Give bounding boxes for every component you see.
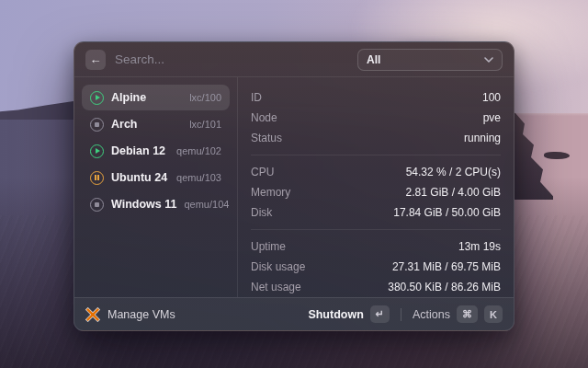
vm-id: qemu/103	[176, 172, 221, 183]
detail-value: 27.31 MiB / 69.75 MiB	[392, 260, 501, 273]
detail-label: Disk usage	[251, 260, 305, 273]
k-key-icon: K	[484, 305, 503, 323]
rock-silhouette	[544, 152, 570, 159]
vm-state-icon	[90, 198, 104, 212]
detail-row: Disk 17.84 GiB / 50.00 GiB	[251, 202, 501, 223]
vm-state-icon	[90, 171, 104, 185]
detail-row: Uptime 13m 19s	[251, 236, 501, 257]
detail-label: Uptime	[251, 240, 286, 253]
vm-list-item-alpine[interactable]: Alpine lxc/100	[82, 85, 230, 110]
footer-app-label: Manage VMs	[107, 308, 175, 321]
filter-dropdown[interactable]: All	[357, 49, 503, 71]
vm-name: Debian 12	[111, 144, 169, 157]
vm-state-icon	[90, 118, 104, 132]
detail-row: CPU 54.32 % / 2 CPU(s)	[251, 162, 501, 182]
vm-state-icon	[90, 144, 104, 158]
return-key-icon: ↵	[370, 305, 390, 323]
detail-row: Memory 2.81 GiB / 4.00 GiB	[251, 182, 501, 202]
vm-id: lxc/101	[189, 119, 221, 130]
vm-id: qemu/102	[176, 145, 221, 156]
detail-row: ID 100	[251, 87, 501, 108]
actions-label: Actions	[413, 308, 450, 321]
vm-launcher-window: ← All Alpine lxc/100 Arch l	[74, 41, 514, 331]
detail-row: Node pve	[251, 108, 501, 128]
vm-list: Alpine lxc/100 Arch lxc/101 Debian 12 qe…	[74, 77, 238, 297]
detail-row: Disk usage 27.31 MiB / 69.75 MiB	[251, 257, 501, 277]
vm-name: Alpine	[111, 91, 182, 104]
detail-row: Net usage 380.50 KiB / 86.26 MiB	[251, 277, 501, 297]
vm-id: qemu/104	[184, 199, 229, 210]
vm-list-item-debian[interactable]: Debian 12 qemu/102	[82, 138, 230, 164]
footer-action-bar: Manage VMs Shutdown ↵ Actions ⌘ K	[74, 297, 514, 330]
detail-label: Node	[251, 111, 277, 124]
back-button[interactable]: ←	[85, 50, 106, 70]
actions-menu-button[interactable]: Actions ⌘ K	[413, 305, 503, 323]
vm-state-icon	[90, 91, 104, 105]
detail-value: running	[464, 132, 501, 144]
detail-value: 17.84 GiB / 50.00 GiB	[393, 206, 501, 219]
shutdown-button[interactable]: Shutdown ↵	[308, 305, 390, 323]
search-header: ← All	[74, 42, 514, 77]
footer-app: Manage VMs	[85, 307, 308, 322]
details-section-resources: CPU 54.32 % / 2 CPU(s) Memory 2.81 GiB /…	[251, 155, 501, 229]
arrow-left-icon: ←	[90, 50, 102, 70]
vm-name: Arch	[111, 118, 182, 131]
detail-label: Net usage	[251, 281, 301, 293]
detail-label: Disk	[251, 206, 272, 219]
proxmox-logo-icon	[85, 307, 100, 322]
shutdown-label: Shutdown	[308, 308, 363, 321]
filter-dropdown-value: All	[367, 53, 484, 66]
vm-name: Ubuntu 24	[111, 171, 169, 184]
details-section-usage: Uptime 13m 19s Disk usage 27.31 MiB / 69…	[251, 229, 501, 297]
details-section-identity: ID 100 Node pve Status running	[251, 81, 501, 155]
detail-label: ID	[251, 91, 262, 104]
vm-list-item-ubuntu[interactable]: Ubuntu 24 qemu/103	[82, 165, 230, 190]
vm-id: lxc/100	[189, 92, 221, 103]
command-key-icon: ⌘	[457, 305, 478, 323]
island-silhouette	[0, 99, 83, 120]
detail-value: 100	[482, 91, 501, 104]
detail-label: Status	[251, 132, 282, 144]
footer-actions: Shutdown ↵ Actions ⌘ K	[308, 305, 503, 323]
desktop-wallpaper: ← All Alpine lxc/100 Arch l	[0, 0, 588, 368]
detail-label: Memory	[251, 186, 290, 199]
footer-separator	[401, 308, 401, 321]
detail-value: 54.32 % / 2 CPU(s)	[406, 166, 501, 178]
detail-value: 13m 19s	[458, 240, 501, 253]
chevron-down-icon	[484, 57, 493, 63]
detail-label: CPU	[251, 166, 274, 178]
window-body: Alpine lxc/100 Arch lxc/101 Debian 12 qe…	[74, 77, 514, 297]
detail-value: 380.50 KiB / 86.26 MiB	[388, 281, 501, 293]
detail-value: pve	[483, 111, 501, 124]
vm-list-item-windows[interactable]: Windows 11 qemu/104	[82, 191, 230, 217]
detail-row: Status running	[251, 128, 501, 148]
vm-list-item-arch[interactable]: Arch lxc/101	[82, 111, 230, 137]
detail-value: 2.81 GiB / 4.00 GiB	[406, 186, 501, 199]
vm-name: Windows 11	[111, 198, 176, 211]
vm-details-panel: ID 100 Node pve Status running CPU	[238, 77, 514, 297]
search-input[interactable]	[115, 52, 348, 66]
